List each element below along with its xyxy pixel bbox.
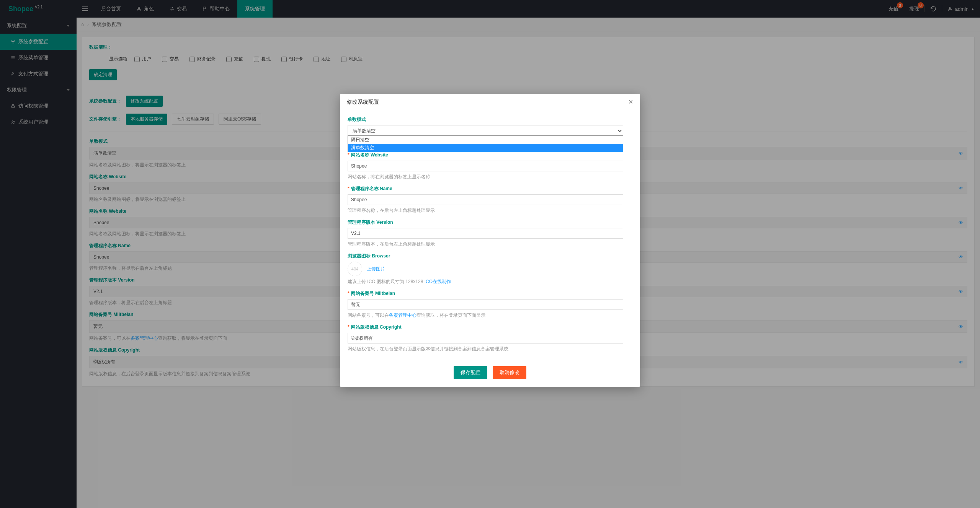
- browser-icon-placeholder: 404: [348, 262, 362, 276]
- field-copyright-label: 网站版权信息 Copyright: [348, 324, 632, 331]
- modal-title: 修改系统配置: [347, 99, 379, 106]
- field-mode-label: 单数模式: [348, 116, 632, 123]
- website-input[interactable]: [348, 161, 623, 171]
- close-icon[interactable]: ✕: [628, 98, 633, 106]
- field-browser-label: 浏览器图标 Browser: [348, 253, 632, 259]
- miitbeian-input[interactable]: [348, 299, 623, 310]
- mode-option-1[interactable]: 满单数清空: [348, 144, 623, 152]
- modal-edit-config: 修改系统配置 ✕ 单数模式 满单数清空 隔日清空 满单数清空 网站名称 Webs…: [340, 94, 640, 387]
- field-website-label: 网站名称 Website: [348, 152, 632, 158]
- save-button[interactable]: 保存配置: [454, 366, 487, 379]
- copyright-input[interactable]: [348, 333, 623, 344]
- field-version-label: 管理程序版本 Version: [348, 219, 632, 226]
- beian-link-modal[interactable]: 备案管理中心: [389, 313, 416, 318]
- version-input[interactable]: [348, 228, 623, 239]
- field-miitbeian-label: 网站备案号 Miitbeian: [348, 290, 632, 297]
- ico-maker-link[interactable]: ICO在线制作: [425, 279, 451, 284]
- mode-dropdown: 隔日清空 满单数清空: [348, 135, 623, 152]
- field-name-label: 管理程序名称 Name: [348, 186, 632, 192]
- cancel-button[interactable]: 取消修改: [493, 366, 526, 379]
- mode-option-0[interactable]: 隔日清空: [348, 136, 623, 144]
- name-input[interactable]: [348, 194, 623, 205]
- mode-select[interactable]: 满单数清空: [348, 125, 623, 137]
- upload-image-link[interactable]: 上传图片: [367, 266, 385, 272]
